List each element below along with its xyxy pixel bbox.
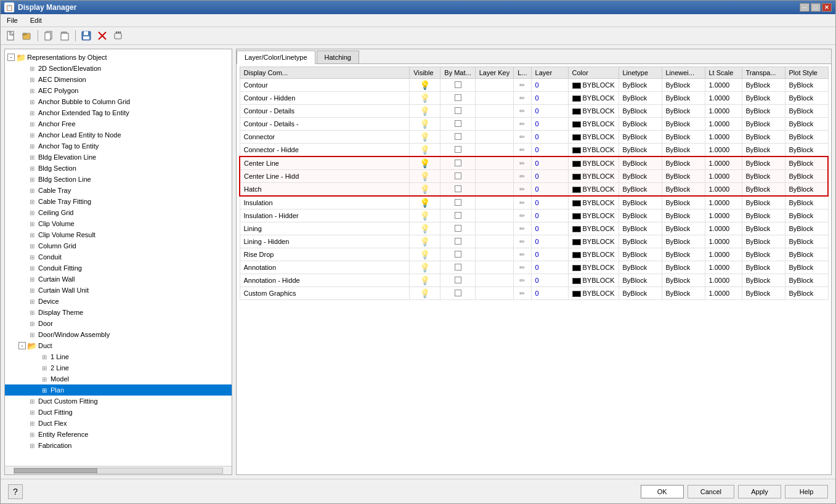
open-button[interactable]	[20, 29, 34, 43]
tree-hscrollbar[interactable]	[14, 468, 223, 474]
rename-button[interactable]	[112, 29, 125, 43]
cell-visible[interactable]: 💡	[410, 131, 440, 144]
cell-layerkey[interactable]	[475, 287, 514, 300]
cell-transparency[interactable]: ByBlock	[742, 235, 785, 248]
cell-bymat[interactable]	[440, 156, 475, 170]
cell-layerkey[interactable]	[475, 222, 514, 235]
cell-layer[interactable]: 0	[531, 105, 568, 118]
cell-bymat[interactable]	[440, 118, 475, 131]
cell-visible[interactable]: 💡	[410, 196, 440, 209]
cell-l[interactable]: ✏	[514, 274, 531, 287]
tree-item-device[interactable]: ⊞ Device	[5, 296, 232, 307]
cell-l[interactable]: ✏	[514, 209, 531, 222]
cell-plotstyle[interactable]: ByBlock	[785, 183, 828, 197]
cell-visible[interactable]: 💡	[410, 274, 440, 287]
save-button[interactable]	[79, 29, 93, 43]
col-l[interactable]: L...	[514, 67, 531, 79]
cell-color[interactable]: BYBLOCK	[568, 196, 619, 209]
cell-plotstyle[interactable]: ByBlock	[785, 105, 828, 118]
cell-visible[interactable]: 💡	[410, 183, 440, 197]
cell-layerkey[interactable]	[475, 183, 514, 197]
tree-item-column-grid[interactable]: ⊞ Column Grid	[5, 240, 232, 251]
table-row[interactable]: Contour - Details💡✏0BYBLOCKByBlockByBloc…	[240, 105, 828, 118]
cell-layer[interactable]: 0	[531, 261, 568, 274]
table-row[interactable]: Contour💡✏0BYBLOCKByBlockByBlock1.0000ByB…	[240, 79, 828, 92]
cell-l[interactable]: ✏	[514, 144, 531, 157]
cell-layer[interactable]: 0	[531, 170, 568, 183]
tree-item-conduit-fitting[interactable]: ⊞ Conduit Fitting	[5, 262, 232, 274]
tree-item-cable-tray[interactable]: ⊞ Cable Tray	[5, 185, 232, 196]
cell-lineweight[interactable]: ByBlock	[662, 156, 705, 170]
tree-item-anchor-lead[interactable]: ⊞ Anchor Lead Entity to Node	[5, 129, 232, 140]
cell-layerkey[interactable]	[475, 235, 514, 248]
cell-bymat[interactable]	[440, 92, 475, 105]
table-row[interactable]: Annotation - Hidde💡✏0BYBLOCKByBlockByBlo…	[240, 274, 828, 287]
cell-transparency[interactable]: ByBlock	[742, 131, 785, 144]
col-by-mat[interactable]: By Mat...	[440, 67, 475, 79]
cell-transparency[interactable]: ByBlock	[742, 170, 785, 183]
new-button[interactable]	[4, 29, 18, 43]
cell-plotstyle[interactable]: ByBlock	[785, 79, 828, 92]
tree-item-duct-2line[interactable]: ⊞ 2 Line	[5, 362, 232, 373]
table-row[interactable]: Contour - Hidden💡✏0BYBLOCKByBlockByBlock…	[240, 92, 828, 105]
cell-visible[interactable]: 💡	[410, 209, 440, 222]
cell-layerkey[interactable]	[475, 261, 514, 274]
cell-layerkey[interactable]	[475, 144, 514, 157]
table-row[interactable]: Center Line💡✏0BYBLOCKByBlockByBlock1.000…	[240, 156, 828, 170]
tree-item-duct-fitting[interactable]: ⊞ Duct Fitting	[5, 407, 232, 418]
cell-layer[interactable]: 0	[531, 235, 568, 248]
table-row[interactable]: Rise Drop💡✏0BYBLOCKByBlockByBlock1.0000B…	[240, 248, 828, 261]
cell-bymat[interactable]	[440, 131, 475, 144]
tree-item-aec-dimension[interactable]: ⊞ AEC Dimension	[5, 74, 232, 85]
cell-ltscale[interactable]: 1.0000	[705, 92, 742, 105]
cell-linetype[interactable]: ByBlock	[619, 183, 662, 197]
cell-visible[interactable]: 💡	[410, 287, 440, 300]
col-layer-key[interactable]: Layer Key	[475, 67, 514, 79]
cell-lineweight[interactable]: ByBlock	[662, 261, 705, 274]
table-row[interactable]: Connector💡✏0BYBLOCKByBlockByBlock1.0000B…	[240, 131, 828, 144]
cell-bymat[interactable]	[440, 287, 475, 300]
tree-item-anchor-bubble[interactable]: ⊞ Anchor Bubble to Column Grid	[5, 96, 232, 107]
cell-bymat[interactable]	[440, 274, 475, 287]
tree-container[interactable]: - 📁 Representations by Object ⊞ 2D Secti…	[5, 49, 232, 466]
cell-plotstyle[interactable]: ByBlock	[785, 287, 828, 300]
cell-visible[interactable]: 💡	[410, 261, 440, 274]
cell-lineweight[interactable]: ByBlock	[662, 92, 705, 105]
cell-bymat[interactable]	[440, 170, 475, 183]
cell-transparency[interactable]: ByBlock	[742, 156, 785, 170]
tree-item-ceiling-grid[interactable]: ⊞ Ceiling Grid	[5, 207, 232, 218]
table-row[interactable]: Connector - Hidde💡✏0BYBLOCKByBlockByBloc…	[240, 144, 828, 157]
table-row[interactable]: Hatch💡✏0BYBLOCKByBlockByBlock1.0000ByBlo…	[240, 183, 828, 197]
cell-visible[interactable]: 💡	[410, 170, 440, 183]
cell-ltscale[interactable]: 1.0000	[705, 118, 742, 131]
cell-transparency[interactable]: ByBlock	[742, 92, 785, 105]
tree-root[interactable]: - 📁 Representations by Object	[5, 52, 232, 63]
cell-ltscale[interactable]: 1.0000	[705, 274, 742, 287]
cell-lineweight[interactable]: ByBlock	[662, 196, 705, 209]
cell-bymat[interactable]	[440, 196, 475, 209]
copy-button[interactable]	[42, 29, 55, 43]
cell-layerkey[interactable]	[475, 156, 514, 170]
cell-ltscale[interactable]: 1.0000	[705, 222, 742, 235]
cell-ltscale[interactable]: 1.0000	[705, 183, 742, 197]
cell-linetype[interactable]: ByBlock	[619, 222, 662, 235]
cell-l[interactable]: ✏	[514, 196, 531, 209]
col-transparency[interactable]: Transpa...	[742, 67, 785, 79]
col-color[interactable]: Color	[568, 67, 619, 79]
cell-layer[interactable]: 0	[531, 156, 568, 170]
table-row[interactable]: Insulation💡✏0BYBLOCKByBlockByBlock1.0000…	[240, 196, 828, 209]
cell-transparency[interactable]: ByBlock	[742, 118, 785, 131]
cell-bymat[interactable]	[440, 183, 475, 197]
cell-lineweight[interactable]: ByBlock	[662, 248, 705, 261]
cell-transparency[interactable]: ByBlock	[742, 105, 785, 118]
cell-linetype[interactable]: ByBlock	[619, 235, 662, 248]
help-button[interactable]: Help	[785, 485, 828, 498]
cell-bymat[interactable]	[440, 235, 475, 248]
close-button[interactable]: ✕	[822, 3, 832, 12]
cell-transparency[interactable]: ByBlock	[742, 287, 785, 300]
cell-linetype[interactable]: ByBlock	[619, 92, 662, 105]
cell-layer[interactable]: 0	[531, 144, 568, 157]
tree-item-curtain-wall-unit[interactable]: ⊞ Curtain Wall Unit	[5, 285, 232, 296]
cell-lineweight[interactable]: ByBlock	[662, 144, 705, 157]
cell-color[interactable]: BYBLOCK	[568, 118, 619, 131]
